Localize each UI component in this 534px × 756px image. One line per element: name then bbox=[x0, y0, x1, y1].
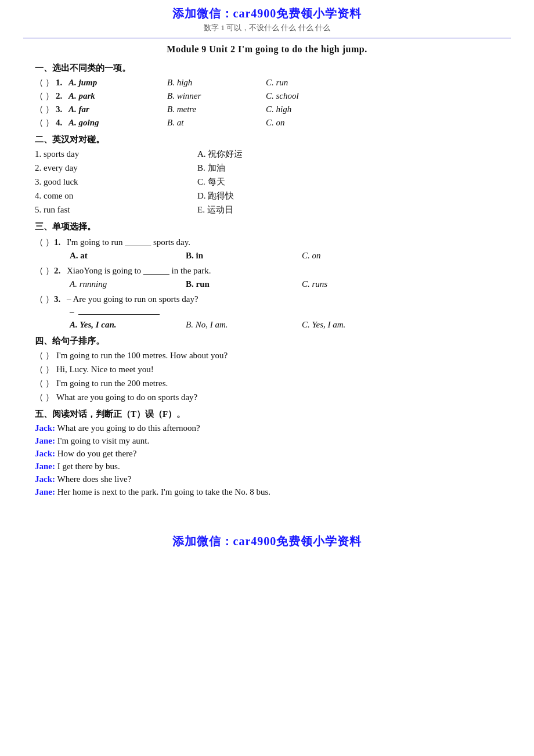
item-num: 1. bbox=[56, 78, 68, 88]
match-left: 4. come on bbox=[35, 191, 197, 201]
section1-title: 一、选出不同类的一项。 bbox=[35, 63, 499, 74]
bracket: （ bbox=[35, 91, 44, 102]
choice-b: B. in bbox=[186, 251, 302, 261]
bracket: （ bbox=[35, 294, 44, 305]
section5-dialog: Jack: What are you going to do this afte… bbox=[35, 423, 499, 497]
bracket: （ bbox=[35, 77, 44, 88]
mc-question: （ ） 3. – Are you going to run on sports … bbox=[35, 294, 499, 305]
answer-blank bbox=[78, 314, 160, 315]
choice-a: A. far bbox=[68, 105, 167, 114]
choice-a: A. rnnning bbox=[70, 279, 186, 289]
question-text: XiaoYong is going to ______ in the park. bbox=[67, 266, 211, 276]
list-item: 3. good luck C. 每天 bbox=[35, 177, 499, 188]
list-item: 4. come on D. 跑得快 bbox=[35, 190, 499, 201]
list-item: （ ） 2. A. park B. winner C. school bbox=[35, 91, 499, 102]
bracket: （ bbox=[35, 364, 44, 375]
mc-choices: A. Yes, I can. B. No, I am. C. Yes, I am… bbox=[70, 320, 499, 330]
list-item: 2. every day B. 加油 bbox=[35, 163, 499, 174]
watermark-sub: 数字 1 可以，不设什么 什么 什么 什么 bbox=[0, 23, 534, 33]
bracket: （ bbox=[35, 378, 44, 389]
choice-b: B. winner bbox=[167, 91, 266, 101]
mc-choices: A. rnnning B. run C. runs bbox=[70, 279, 499, 289]
dialog-line: Jack: What are you going to do this afte… bbox=[35, 423, 499, 433]
choice-a: A. at bbox=[70, 251, 186, 261]
list-item: （ ） 1. A. jump B. high C. run bbox=[35, 77, 499, 88]
choice-c: C. Yes, I am. bbox=[302, 320, 345, 330]
match-right: C. 每天 bbox=[197, 177, 499, 188]
match-left: 1. sports day bbox=[35, 149, 197, 159]
bracket: （ bbox=[35, 117, 44, 128]
mc-question: （ ） 2. XiaoYong is going to ______ in th… bbox=[35, 265, 499, 276]
bracket-close: ） bbox=[45, 294, 54, 305]
section4-title: 四、给句子排序。 bbox=[35, 336, 499, 347]
dialog-text: What are you going to do this afternoon? bbox=[57, 423, 200, 433]
choice-c: C. on bbox=[266, 118, 285, 128]
bracket: （ bbox=[35, 392, 44, 403]
dialog-line: Jack: Where does she live? bbox=[35, 474, 499, 484]
sub-answer: – bbox=[70, 307, 499, 317]
bracket-close: ） bbox=[45, 91, 55, 102]
bracket: （ bbox=[35, 104, 44, 115]
choice-c: C. school bbox=[266, 91, 299, 101]
list-item: （ ） 2. XiaoYong is going to ______ in th… bbox=[35, 265, 499, 289]
bracket-close: ） bbox=[45, 77, 55, 88]
list-item: 1. sports day A. 祝你好运 bbox=[35, 149, 499, 160]
list-item: （ ） 4. A. going B. at C. on bbox=[35, 117, 499, 128]
choice-c: C. runs bbox=[302, 279, 327, 289]
choice-a: A. jump bbox=[68, 78, 167, 88]
match-right: A. 祝你好运 bbox=[197, 149, 499, 160]
match-num: 1. bbox=[35, 149, 44, 159]
item-num: 3. bbox=[54, 294, 67, 304]
choice-b: B. high bbox=[167, 78, 266, 88]
section3-items: （ ） 1. I'm going to run ______ sports da… bbox=[35, 237, 499, 330]
section4-items: （ ） I'm going to run the 100 metres. How… bbox=[35, 350, 499, 403]
choice-b: B. metre bbox=[167, 105, 266, 114]
choice-c: C. on bbox=[302, 251, 321, 261]
order-text: I'm going to run the 100 metres. How abo… bbox=[56, 351, 228, 361]
item-num: 1. bbox=[54, 237, 67, 247]
speaker: Jack: bbox=[35, 449, 55, 458]
choice-b: B. No, I am. bbox=[186, 320, 302, 330]
watermark-bottom: 添加微信：car4900免费领小学资料 bbox=[0, 523, 534, 555]
dialog-text: I get there by bus. bbox=[57, 462, 120, 471]
dialog-text: How do you get there? bbox=[57, 449, 137, 458]
watermark-top: 添加微信：car4900免费领小学资料 bbox=[0, 0, 534, 23]
top-divider bbox=[23, 38, 511, 38]
dialog-text: Where does she live? bbox=[57, 474, 131, 484]
speaker: Jack: bbox=[35, 474, 55, 484]
dialog-line: Jane: I'm going to visit my aunt. bbox=[35, 436, 499, 446]
section2-title: 二、英汉对对碰。 bbox=[35, 134, 499, 145]
match-num: 5. bbox=[35, 205, 44, 214]
bracket-close: ） bbox=[45, 265, 54, 276]
section5-title: 五、阅读对话，判断正（T）误（F）。 bbox=[35, 409, 499, 420]
section3-title: 三、单项选择。 bbox=[35, 221, 499, 232]
choice-a: A. Yes, I can. bbox=[70, 320, 186, 330]
item-num: 4. bbox=[56, 118, 68, 128]
list-item: （ ） What are you going to do on sports d… bbox=[35, 392, 499, 403]
choice-b: B. at bbox=[167, 118, 266, 128]
match-num: 2. bbox=[35, 163, 44, 172]
mc-question: （ ） 1. I'm going to run ______ sports da… bbox=[35, 237, 499, 248]
bracket-close: ） bbox=[45, 364, 54, 375]
bracket: （ bbox=[35, 265, 44, 276]
dialog-text: Her home is next to the park. I'm going … bbox=[57, 487, 270, 496]
order-text: Hi, Lucy. Nice to meet you! bbox=[56, 365, 154, 375]
order-text: What are you going to do on sports day? bbox=[56, 393, 197, 402]
match-num: 3. bbox=[35, 177, 44, 186]
match-right: E. 运动日 bbox=[197, 204, 499, 215]
main-content: Module 9 Unit 2 I'm going to do the high… bbox=[0, 44, 534, 523]
bracket-close: ） bbox=[45, 237, 54, 248]
mc-choices: A. at B. in C. on bbox=[70, 251, 499, 261]
choice-c: C. high bbox=[266, 105, 291, 114]
list-item: （ ） 1. I'm going to run ______ sports da… bbox=[35, 237, 499, 261]
section1-items: （ ） 1. A. jump B. high C. run （ ） 2. A. … bbox=[35, 77, 499, 128]
match-left: 5. run fast bbox=[35, 205, 197, 215]
list-item: （ ） Hi, Lucy. Nice to meet you! bbox=[35, 364, 499, 375]
bracket-close: ） bbox=[45, 104, 55, 115]
bracket: （ bbox=[35, 237, 44, 248]
list-item: （ ） 3. A. far B. metre C. high bbox=[35, 104, 499, 115]
match-word: every day bbox=[44, 163, 78, 172]
list-item: 5. run fast E. 运动日 bbox=[35, 204, 499, 215]
choice-a: A. park bbox=[68, 91, 167, 101]
match-right: D. 跑得快 bbox=[197, 190, 499, 201]
